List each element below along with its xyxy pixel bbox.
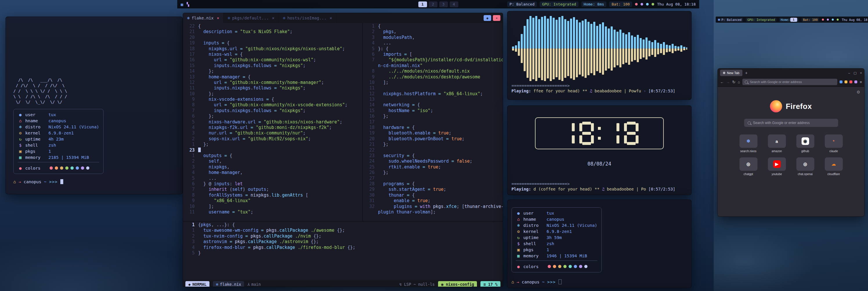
search-input[interactable]: Search with Google or enter address xyxy=(744,119,838,127)
fetch-row-label: pkgs xyxy=(523,248,544,252)
code-text: sudo.wheelNeedsPassword = false; xyxy=(378,158,472,164)
code-line: 14 networking = { xyxy=(363,102,503,108)
tray-icon[interactable] xyxy=(635,3,638,5)
shell-prompt[interactable]: ⌂→canopus~>>> xyxy=(13,179,175,184)
line-number: 4 xyxy=(183,125,198,130)
code-line: 20 xyxy=(183,35,362,40)
code-line: 8 url = "github:nix-community/nix-vscode… xyxy=(183,102,362,108)
tray-icon[interactable] xyxy=(646,3,649,5)
window-control-button[interactable]: ▢ xyxy=(854,71,857,75)
tray-icon[interactable] xyxy=(822,19,824,21)
line-number: 13 xyxy=(183,74,198,80)
line-number: 21 xyxy=(363,142,378,147)
tray-icon[interactable] xyxy=(827,19,829,21)
shortcut-label: cloudflare xyxy=(827,173,840,176)
prompt-arrow-icon: → xyxy=(19,179,21,184)
tab-close-icon[interactable]: × xyxy=(217,16,219,20)
shortcut-tile[interactable]: ▶youtube xyxy=(764,157,790,176)
code-text: {pkgs, ...}: { xyxy=(198,222,235,227)
editor-pane-iso[interactable]: 1{2 pkgs,3 modulesPath,4 ...5}: {6 impor… xyxy=(363,23,503,221)
shortcut-tile[interactable]: ☁cloudflare xyxy=(820,157,847,176)
tab-close-icon[interactable]: × xyxy=(330,16,332,20)
workspace-button[interactable]: 2 xyxy=(429,1,437,7)
window-control-button[interactable]: – xyxy=(848,71,850,75)
code-text: home-manager = { xyxy=(198,74,251,80)
shortcut-tile[interactable]: ❄search.nixos xyxy=(735,135,762,153)
editor-tab[interactable]: ❄flake.nix× xyxy=(183,13,224,23)
code-text: } @ inputs: let xyxy=(198,181,243,186)
shortcut-label: github xyxy=(801,150,809,153)
gear-icon[interactable]: ⚙ xyxy=(857,90,860,94)
line-number: 8 xyxy=(183,193,198,198)
workspace-button[interactable]: 1 xyxy=(790,18,797,22)
fetch-row-icon: ▦ xyxy=(18,155,23,160)
fetch-row-value: 1 xyxy=(49,149,51,154)
palette-dot xyxy=(76,167,79,170)
line-number: 19 xyxy=(363,130,378,136)
shell-prompt[interactable]: ⌂→canopus~>>> xyxy=(512,280,687,284)
eye-toggle-button[interactable]: ◉ xyxy=(484,15,491,21)
back-icon[interactable]: ← xyxy=(720,80,724,84)
code-line: 18 nixpkgs.url = "github:nixos/nixpkgs/n… xyxy=(183,46,362,52)
url-bar[interactable]: Search with Google or enter address xyxy=(742,79,838,85)
seven-segment-time xyxy=(558,122,641,145)
clock-frame xyxy=(535,117,664,149)
window-control-button[interactable]: × xyxy=(860,71,862,75)
line-number: 20 xyxy=(183,35,198,40)
visualizer-bar xyxy=(515,15,517,82)
line-number: 31 xyxy=(363,198,378,204)
code-text: home-manager, xyxy=(198,170,243,175)
visualizer-bar xyxy=(617,15,619,82)
code-line: 22{ xyxy=(183,24,362,29)
workspace-button[interactable]: 1 xyxy=(418,1,427,7)
menu-icon[interactable]: ≡ xyxy=(860,80,862,84)
window-close-button[interactable]: × xyxy=(493,15,500,21)
tray-icon[interactable] xyxy=(837,19,839,21)
visualizer-bar xyxy=(524,15,526,82)
extension-icon[interactable] xyxy=(849,81,852,83)
layout-icon[interactable]: ▚ xyxy=(187,2,189,7)
code-text: }; xyxy=(198,142,209,147)
visualizer-bar xyxy=(535,15,537,82)
extension-icon[interactable] xyxy=(844,81,847,83)
line-number: 23 xyxy=(363,153,378,158)
lsp-status: ↯ LSP ~ null-ls xyxy=(399,282,435,287)
tab-close-icon[interactable]: × xyxy=(272,16,274,20)
workspace-switcher: 1 xyxy=(790,18,797,22)
home-icon[interactable]: ⌂ xyxy=(738,80,740,84)
workspace-button[interactable]: 3 xyxy=(439,1,448,7)
code-line: plugin thunar-volman]; xyxy=(363,209,503,215)
time-position: [0:57/2:53] xyxy=(648,89,675,93)
shortcut-tile[interactable]: ◎chatgpt xyxy=(735,157,762,176)
new-tab-button[interactable]: + xyxy=(745,70,748,75)
terminal-cursor xyxy=(558,280,562,284)
shortcut-tile[interactable]: ◎chat.openai xyxy=(792,157,819,176)
clock-digit xyxy=(605,122,619,145)
reload-icon[interactable]: ↻ xyxy=(732,80,736,84)
editor-tab[interactable]: ❄pkgs/default...× xyxy=(224,13,279,23)
line-number: 8 xyxy=(363,68,378,74)
workspace-button[interactable]: 4 xyxy=(450,1,458,7)
fetch-row: $shellzsh xyxy=(516,240,597,246)
extension-icon[interactable] xyxy=(840,81,842,83)
shortcut-tile[interactable]: aamazon xyxy=(764,135,790,153)
code-line: 6 imports = [ xyxy=(363,52,503,57)
shortcut-label: chat.openai xyxy=(798,173,813,176)
code-line: 3 nur.url = "github:nix-community/nur"; xyxy=(183,130,362,136)
extension-icon[interactable] xyxy=(855,81,857,83)
shortcut-tile[interactable]: ◉github xyxy=(792,135,819,153)
browser-tab[interactable]: New Tab xyxy=(720,70,742,76)
apps-grid-icon[interactable]: ▦ xyxy=(181,2,183,7)
apps-grid-icon[interactable]: ▦ xyxy=(718,18,720,22)
forward-icon[interactable]: → xyxy=(726,80,730,84)
tray-icon[interactable] xyxy=(652,3,654,5)
editor-tab[interactable]: ❄hosts/isoImag...× xyxy=(279,13,337,23)
tray-icon[interactable] xyxy=(832,19,834,21)
editor-pane-pkgs[interactable]: 1{pkgs, ...}: {1 tux-awesome-wm-config =… xyxy=(183,222,503,280)
editor-pane-flake[interactable]: 22{21 description = "tux's NixOS Flake";… xyxy=(183,23,363,221)
now-playing: Playing: d (coffee for your head) ** ♫ b… xyxy=(512,187,687,192)
tray-icon[interactable] xyxy=(641,3,643,5)
code-line: 19 bluetooth.enable = true; xyxy=(363,130,503,136)
shortcut-tile[interactable]: *claude xyxy=(820,135,847,153)
fetch-row-value: 6.9.8-zen1 xyxy=(547,229,572,234)
